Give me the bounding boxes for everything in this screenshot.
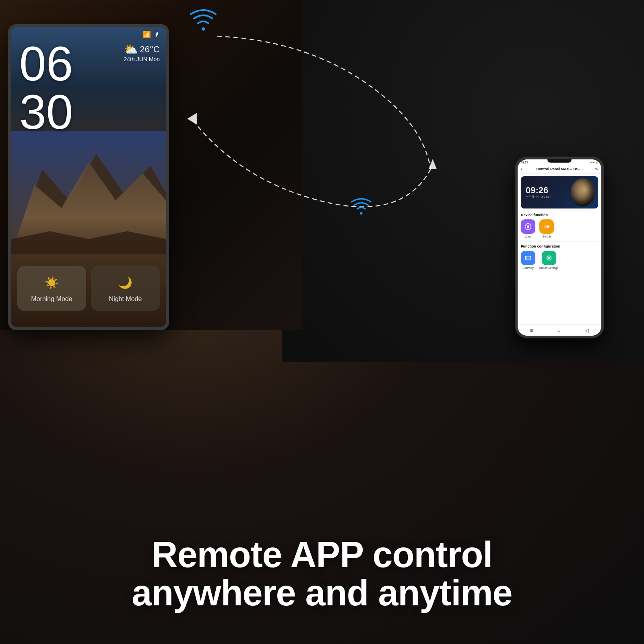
- nav-home-button[interactable]: ○: [557, 328, 560, 333]
- phone-battery-icon: 🔋: [595, 161, 598, 164]
- func-switch-icon: [539, 219, 554, 234]
- tablet-mic-icon: 🎙: [153, 31, 160, 38]
- tablet-time-display: 06 30: [19, 39, 73, 136]
- svg-point-14: [526, 258, 528, 259]
- weather-cloud-icon: ⛅: [124, 43, 138, 56]
- svg-point-9: [527, 225, 529, 228]
- tablet-wifi-icon: 📶: [143, 31, 151, 38]
- morning-mode-button[interactable]: ☀️ Morning Mode: [17, 266, 86, 311]
- phone-edit-button[interactable]: ✎: [595, 167, 598, 171]
- phone-status-time: 09:35: [521, 161, 528, 164]
- phone-header: ‹ Control Panel MAX -- US-... ✎: [518, 165, 601, 174]
- func-button-settings-item[interactable]: Button Settings: [539, 251, 558, 269]
- wifi-blue-icon-top: [189, 8, 217, 34]
- phone-banner-time: 09:26 一年日· 木・a/c a&T: [526, 186, 551, 199]
- phone-divider: [521, 241, 598, 242]
- func-switch-item[interactable]: Switch: [539, 219, 554, 238]
- wifi-blue-icon-phone: [350, 197, 372, 217]
- function-config-title: Function configuration: [518, 242, 601, 250]
- weather-icon-area: ⛅ 26°C: [124, 43, 160, 56]
- func-button-settings-icon: [542, 251, 556, 265]
- phone-signal-icon: ▪▪▪: [590, 161, 592, 164]
- mountain-background: [11, 131, 166, 254]
- phone-banner-date: 一年日· 木・a/c a&T: [526, 195, 551, 199]
- nav-menu-button[interactable]: ≡: [530, 328, 533, 333]
- phone-status-icons: ▪▪▪ ▾ 🔋: [590, 161, 598, 164]
- svg-point-11: [547, 225, 549, 228]
- tablet-status-icons: 📶 🎙: [143, 31, 160, 38]
- func-gateway-icon: [521, 251, 535, 265]
- phone-screen: 09:35 ▪▪▪ ▾ 🔋 ‹ Control Panel MAX -- US-…: [518, 159, 601, 336]
- svg-point-15: [548, 257, 550, 259]
- night-mode-icon: 🌙: [118, 276, 132, 289]
- func-gateway-label: Gateway: [522, 266, 534, 269]
- weather-temperature: 26°C: [140, 44, 160, 55]
- phone-banner-clock: 09:26: [526, 186, 551, 195]
- func-gateway-item[interactable]: Gateway: [521, 251, 535, 269]
- svg-point-4: [202, 27, 205, 31]
- tablet-minute: 30: [19, 88, 73, 136]
- func-video-label: video: [525, 235, 532, 238]
- func-button-settings-label: Button Settings: [539, 266, 558, 269]
- wifi-signal-phone: [350, 197, 372, 219]
- phone-notch: [547, 159, 572, 163]
- tablet-screen: 📶 🎙 06 30 ⛅ 26°C 24th JUN Mon ☀: [11, 27, 166, 327]
- headline-line2: anywhere and anytime: [0, 574, 644, 612]
- morning-mode-icon: ☀️: [45, 276, 59, 289]
- phone-bottom-nav: ≡ ○ ◁: [518, 324, 601, 336]
- headline-line1: Remote APP control: [0, 536, 644, 574]
- function-config-grid: Gateway Button Settings: [518, 250, 601, 272]
- tablet-frame: 📶 🎙 06 30 ⛅ 26°C 24th JUN Mon ☀: [8, 24, 169, 330]
- phone-wifi-status-icon: ▾: [593, 161, 594, 164]
- tablet-device: 📶 🎙 06 30 ⛅ 26°C 24th JUN Mon ☀: [8, 24, 169, 330]
- phone-banner: 09:26 一年日· 木・a/c a&T: [521, 176, 598, 208]
- phone-frame: 09:35 ▪▪▪ ▾ 🔋 ‹ Control Panel MAX -- US-…: [515, 157, 604, 338]
- tablet-weather: ⛅ 26°C 24th JUN Mon: [124, 43, 160, 62]
- night-mode-button[interactable]: 🌙 Night Mode: [91, 266, 160, 311]
- func-switch-label: Switch: [543, 235, 551, 238]
- func-video-icon: [521, 219, 535, 234]
- weather-date: 24th JUN Mon: [124, 56, 160, 62]
- func-video-item[interactable]: video: [521, 219, 535, 238]
- phone-device: 09:35 ▪▪▪ ▾ 🔋 ‹ Control Panel MAX -- US-…: [515, 157, 604, 338]
- device-function-grid: video Switch: [518, 218, 601, 240]
- bottom-headline: Remote APP control anywhere and anytime: [0, 536, 644, 612]
- nav-back-button[interactable]: ◁: [585, 328, 589, 333]
- mode-buttons-container: ☀️ Morning Mode 🌙 Night Mode: [17, 266, 160, 311]
- svg-point-5: [360, 212, 362, 215]
- night-mode-label: Night Mode: [109, 295, 142, 303]
- phone-banner-moon-image: [571, 178, 595, 206]
- tablet-hour: 06: [19, 39, 73, 88]
- device-function-title: Device function: [518, 211, 601, 218]
- phone-back-button[interactable]: ‹: [521, 166, 522, 172]
- morning-mode-label: Morning Mode: [31, 295, 72, 303]
- wifi-signal-top: [189, 8, 217, 36]
- phone-page-title: Control Panel MAX -- US-...: [524, 167, 595, 171]
